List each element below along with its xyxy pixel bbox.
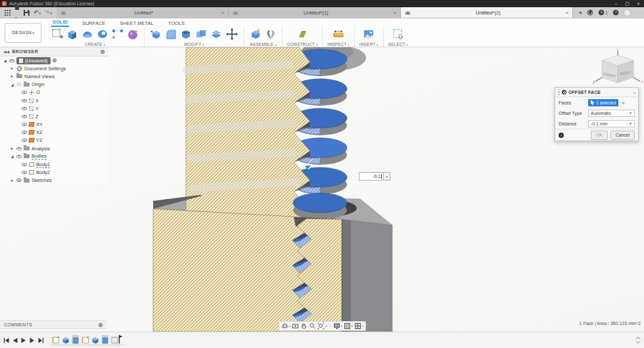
redo-button[interactable]: ↷ [45,9,52,16]
tab-solid[interactable]: SOLID [51,18,69,27]
visibility-eye-icon[interactable] [22,107,27,110]
orbit-button[interactable]: ▾ [281,322,290,330]
visibility-eye-icon[interactable] [9,59,14,62]
group-label-modify[interactable]: MODIFY [184,42,204,47]
group-label-create[interactable]: CREATE [85,42,105,47]
browser-item-axis-z[interactable]: Z [0,112,108,120]
tab-close-icon[interactable]: × [221,10,224,16]
tab-tools[interactable]: TOOLS [167,20,186,27]
play-button[interactable] [21,337,26,343]
job-status-button[interactable]: 1 [598,9,608,16]
browser-item-origin-point[interactable]: O [0,89,108,97]
timeline-expand-icon[interactable] [635,334,641,346]
timeline-sketch-feature[interactable] [52,335,60,344]
group-label-insert[interactable]: INSERT [359,42,379,47]
visibility-eye-icon[interactable] [22,115,27,118]
step-back-button[interactable] [12,337,18,343]
sweep-icon[interactable] [96,28,109,41]
browser-item-analysis[interactable]: Analysis [0,144,108,152]
display-mode-icon[interactable] [101,50,104,54]
collapse-panel-icon[interactable]: ◀◀ [3,49,9,54]
visibility-eye-icon[interactable] [22,171,27,174]
combine-icon[interactable] [195,28,208,41]
create-form-icon[interactable] [126,28,139,41]
viewports-button[interactable]: ▾ [354,322,363,330]
screw-section-face[interactable] [186,47,310,219]
zoom-button[interactable] [309,322,316,330]
tab-close-icon[interactable]: × [565,10,568,16]
step-forward-button[interactable] [30,337,35,343]
skip-to-start-button[interactable] [3,337,9,343]
expand-arrow-icon[interactable] [10,66,14,71]
browser-item-plane-yz[interactable]: YZ [0,137,108,144]
visibility-eye-icon[interactable] [22,91,27,94]
info-icon[interactable]: i [559,133,564,138]
visibility-eye-icon[interactable] [22,163,27,166]
timeline-extrude-feature[interactable] [91,335,99,344]
browser-item-document-settings[interactable]: Document Settings [0,64,108,72]
help-icon[interactable]: ? [612,9,619,16]
joint-icon[interactable] [264,28,277,41]
timeline-extrude-feature[interactable] [62,335,70,344]
tab-untitled[interactable]: Untitled* × [57,7,229,18]
expand-arrow-icon[interactable] [10,154,14,158]
shell-icon[interactable] [179,28,193,41]
user-avatar[interactable] [624,9,631,16]
pattern-icon[interactable] [111,28,124,41]
visibility-eye-icon[interactable] [16,147,22,150]
app-grid-menu-icon[interactable] [5,10,11,16]
visibility-eye-icon[interactable] [16,155,22,158]
clear-selection-icon[interactable]: × [622,100,625,106]
distance-input[interactable]: -0.1 mm ▼ [588,120,635,127]
block-section-face-left[interactable] [153,209,308,332]
tab-surface[interactable]: SURFACE [81,20,106,27]
group-label-assemble[interactable]: ASSEMBLE [250,42,276,47]
timeline-sketch-feature[interactable] [81,335,89,344]
visibility-eye-icon[interactable] [16,179,22,182]
construction-plane-icon[interactable] [296,28,309,41]
visibility-eye-icon[interactable] [16,83,22,86]
browser-item-named-views[interactable]: Named Views [0,72,108,80]
expand-arrow-icon[interactable] [10,178,14,183]
visibility-eye-icon[interactable] [22,131,27,134]
fillet-icon[interactable] [164,28,177,41]
timeline-coil-feature[interactable] [101,335,109,344]
distance-dropdown-icon[interactable]: ▾ [384,172,390,181]
fit-button[interactable]: ▾ [317,322,327,330]
group-label-construct[interactable]: CONSTRUCT [287,42,317,47]
press-pull-icon[interactable] [149,28,162,41]
insert-image-icon[interactable] [362,28,375,41]
extensions-icon[interactable] [587,9,593,16]
ok-button[interactable]: OK [591,131,608,140]
timeline-position-marker[interactable] [111,335,123,344]
dialog-drag-handle[interactable] [558,89,560,95]
new-tab-button[interactable]: + [578,9,582,16]
expand-arrow-icon[interactable] [10,146,14,151]
save-icon[interactable] [24,10,30,16]
grid-settings-button[interactable]: ▾ [344,322,353,330]
browser-item-plane-xy[interactable]: XY [0,121,108,129]
visibility-eye-icon[interactable] [22,123,27,126]
move-copy-icon[interactable] [225,27,239,41]
pan-button[interactable] [300,322,308,330]
browser-item-root[interactable]: (Unsaved) [0,56,108,64]
expand-arrow-icon[interactable] [3,58,7,62]
comments-panel[interactable]: COMMENTS [0,320,106,329]
offset-arrow-manipulator[interactable] [300,156,317,173]
skip-to-end-button[interactable] [38,337,44,343]
activate-radio-icon[interactable] [53,58,57,62]
group-label-select[interactable]: SELECT [388,42,408,47]
workspace-selector-button[interactable]: DESIGN [5,23,41,43]
cancel-button[interactable]: Cancel [610,131,635,140]
distance-floating-value[interactable]: -0.1 [373,174,380,179]
browser-item-plane-xz[interactable]: XZ [0,129,108,137]
comments-options-icon[interactable] [99,323,103,327]
maximize-button[interactable]: ▢ [622,1,633,7]
faces-selected-chip[interactable]: 1 selected [588,99,618,106]
model-viewport[interactable]: -0.1 ▾ ◀◀ BROWSER (Unsaved) Document Set… [0,47,644,332]
create-sketch-icon[interactable] [51,28,64,41]
tab-close-icon[interactable]: × [393,10,396,16]
select-box-icon[interactable] [392,28,405,41]
measure-icon[interactable] [332,28,345,41]
offset-type-select[interactable]: Automatic ▼ [588,110,635,117]
